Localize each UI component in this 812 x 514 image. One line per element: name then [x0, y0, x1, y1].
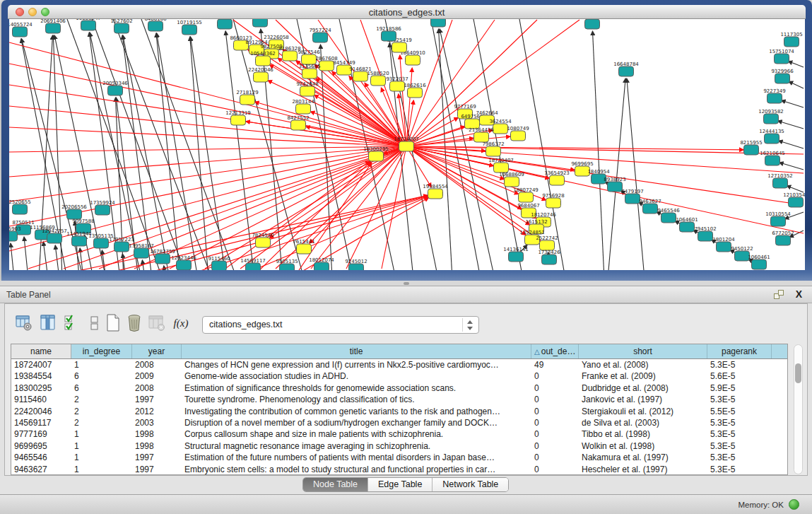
- table-cell-short[interactable]: Hescheler et al. (1997): [579, 464, 707, 474]
- graph-node-selected[interactable]: 7824540: [252, 233, 273, 248]
- graph-node[interactable]: 2520655: [9, 199, 31, 215]
- graph-node[interactable]: 18012074: [309, 257, 334, 271]
- table-cell-in_degree[interactable]: 1: [71, 359, 132, 370]
- table-cell-title[interactable]: Genome-wide association studies in ADHD.: [182, 370, 531, 382]
- table-cell-short[interactable]: Yano et al. (2008): [579, 359, 707, 370]
- table-cell-out_de[interactable]: 0: [531, 464, 579, 474]
- network-canvas[interactable]: 1872400718300295193845548660123891295423…: [9, 19, 805, 270]
- graph-node[interactable]: 12103544: [783, 192, 805, 208]
- show-column-icon[interactable]: [39, 314, 57, 332]
- graph-node[interactable]: 14055724: [9, 22, 33, 37]
- table-cell-year[interactable]: 2008: [132, 359, 182, 370]
- table-cell-in_degree[interactable]: 6: [71, 382, 132, 394]
- citation-edge[interactable]: [789, 81, 804, 88]
- table-cell-in_degree[interactable]: 6: [71, 370, 132, 382]
- table-cell-out_de[interactable]: 0: [531, 417, 579, 428]
- panel-splitter[interactable]: [0, 281, 812, 286]
- table-cell-in_degree[interactable]: 1: [71, 428, 132, 440]
- citation-edge-selected[interactable]: [268, 81, 406, 146]
- table-cell-short[interactable]: Dudbridge et al. (2008): [579, 382, 707, 394]
- table-cell-title[interactable]: Embryonic stem cells: a model to study s…: [182, 464, 531, 474]
- graph-node[interactable]: 9227349: [763, 88, 785, 104]
- citation-edge-selected[interactable]: [9, 64, 406, 146]
- table-cell-title[interactable]: Estimation of significance thresholds fo…: [182, 382, 531, 394]
- citation-edge[interactable]: [779, 163, 804, 170]
- delete-attribute-icon[interactable]: [125, 314, 143, 332]
- citation-edge[interactable]: [157, 33, 198, 270]
- table-cell-name[interactable]: 9463627: [11, 464, 71, 474]
- graph-node-selected[interactable]: 1862616: [404, 83, 426, 98]
- table-cell-title[interactable]: Disruption of a novel member of a sodium…: [182, 417, 531, 428]
- graph-node[interactable]: 1733426: [538, 250, 560, 265]
- graph-node[interactable]: 7515523: [249, 19, 271, 27]
- citation-network-graph[interactable]: 1872400718300295193845548660123891295423…: [9, 19, 805, 270]
- graph-node[interactable]: 10719155: [177, 20, 202, 35]
- citation-edge[interactable]: [592, 31, 604, 270]
- citation-edge[interactable]: [788, 62, 804, 67]
- graph-node[interactable]: 6466160: [144, 19, 166, 31]
- graph-node[interactable]: 9115460: [208, 256, 230, 271]
- citation-edge-selected[interactable]: [406, 146, 431, 187]
- table-cell-name[interactable]: 9465546: [11, 452, 71, 463]
- table-cell-short[interactable]: Tibbo et al. (1998): [579, 428, 707, 440]
- graph-node-selected[interactable]: 1080749: [507, 126, 529, 141]
- graph-node-selected[interactable]: 9242848: [296, 81, 318, 97]
- table-cell-name[interactable]: 14569117: [11, 417, 71, 428]
- tab-node-table[interactable]: Node Table: [303, 478, 368, 491]
- table-cell-out_de[interactable]: 0: [531, 394, 579, 405]
- delete-table-icon[interactable]: [148, 314, 166, 332]
- graph-node-selected[interactable]: 7986372: [482, 141, 504, 157]
- table-cell-short[interactable]: Stergiakouli et al. (2012): [579, 406, 707, 417]
- network-window-titlebar[interactable]: citations_edges.txt: [8, 5, 806, 19]
- graph-node[interactable]: 9505135: [276, 259, 298, 271]
- table-cell-in_degree[interactable]: 1: [71, 464, 132, 474]
- table-cell-name[interactable]: 9699695: [11, 440, 71, 452]
- table-cell-pagerank[interactable]: 5.3E-5: [707, 417, 772, 428]
- table-cell-out_de[interactable]: 0: [531, 452, 579, 463]
- table-cell-year[interactable]: 2008: [132, 382, 182, 394]
- tab-network-table[interactable]: Network Table: [433, 478, 508, 491]
- table-cell-pagerank[interactable]: 5.5E-5: [707, 406, 772, 417]
- citation-edge[interactable]: [24, 237, 28, 270]
- table-cell-name[interactable]: 9115460: [11, 394, 71, 405]
- select-attributes-icon[interactable]: [63, 314, 81, 332]
- table-cell-title[interactable]: Estimation of the future numbers of pati…: [182, 452, 531, 463]
- graph-node[interactable]: 10653247: [76, 19, 101, 30]
- column-header-name[interactable]: name: [11, 344, 71, 358]
- table-cell-in_degree[interactable]: 2: [71, 406, 132, 417]
- tab-edge-table[interactable]: Edge Table: [368, 478, 433, 491]
- table-cell-pagerank[interactable]: 5.3E-5: [707, 452, 772, 463]
- graph-node[interactable]: 1527602: [110, 19, 132, 33]
- table-cell-out_de[interactable]: 0: [531, 428, 579, 440]
- table-cell-out_de[interactable]: 0: [531, 440, 579, 452]
- citation-edge[interactable]: [122, 35, 152, 270]
- table-cell-year[interactable]: 1997: [132, 394, 182, 405]
- graph-node[interactable]: 1117305: [780, 32, 802, 47]
- table-cell-title[interactable]: Changes of HCN gene expression and I(f) …: [182, 359, 531, 370]
- graph-node-selected[interactable]: 8427552: [287, 115, 309, 131]
- citation-edge-selected[interactable]: [9, 106, 406, 146]
- table-cell-short[interactable]: Nakamura et al. (1997): [579, 452, 707, 463]
- table-selector-dropdown[interactable]: citations_edges.txt: [202, 316, 479, 334]
- graph-node[interactable]: 12710352: [767, 173, 793, 189]
- graph-node[interactable]: 20691406: [40, 19, 66, 33]
- graph-node[interactable]: 1060461: [748, 255, 770, 270]
- table-cell-out_de[interactable]: 0: [531, 382, 579, 394]
- graph-node-selected[interactable]: 7615441: [293, 239, 314, 255]
- table-cell-year[interactable]: 1997: [132, 452, 182, 463]
- graph-node-selected[interactable]: 2718129: [236, 90, 258, 105]
- new-table-icon[interactable]: [104, 314, 122, 332]
- column-header-year[interactable]: year: [132, 344, 182, 358]
- table-cell-year[interactable]: 2003: [132, 417, 182, 428]
- table-cell-in_degree[interactable]: 1: [71, 440, 132, 452]
- table-cell-pagerank[interactable]: 5.3E-5: [707, 394, 772, 405]
- table-cell-title[interactable]: Structural magnetic resonance image aver…: [182, 440, 531, 452]
- table-cell-pagerank[interactable]: 5.3E-5: [707, 359, 772, 370]
- table-cell-title[interactable]: Corpus callosum shape and size in male p…: [182, 428, 531, 440]
- citation-edge[interactable]: [113, 19, 212, 270]
- citation-edge[interactable]: [11, 243, 14, 270]
- graph-node-selected[interactable]: 2522742: [536, 235, 558, 251]
- table-cell-name[interactable]: 19384554: [11, 370, 71, 382]
- citation-edge[interactable]: [43, 242, 48, 270]
- memory-status-indicator[interactable]: [789, 499, 799, 510]
